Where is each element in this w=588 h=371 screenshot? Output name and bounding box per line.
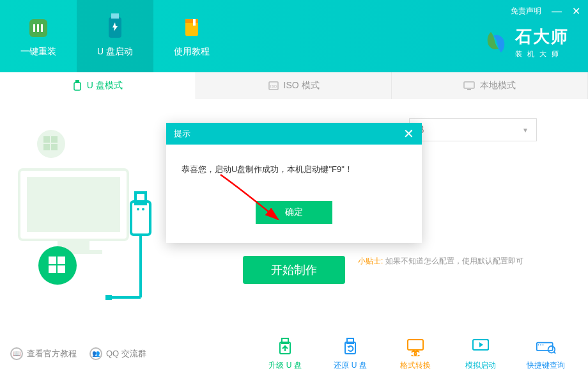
success-modal: 提示 ✕ 恭喜您，启动U盘制作成功，本机启动键"F9"！ 确定 bbox=[166, 123, 422, 243]
modal-header: 提示 ✕ bbox=[166, 123, 422, 145]
modal-title: 提示 bbox=[174, 128, 190, 139]
arrow-annotation bbox=[217, 171, 294, 229]
modal-body: 恭喜您，启动U盘制作成功，本机启动键"F9"！ 确定 bbox=[166, 145, 422, 243]
modal-overlay: 提示 ✕ 恭喜您，启动U盘制作成功，本机启动键"F9"！ 确定 bbox=[0, 0, 588, 371]
modal-close-button[interactable]: ✕ bbox=[403, 126, 414, 141]
